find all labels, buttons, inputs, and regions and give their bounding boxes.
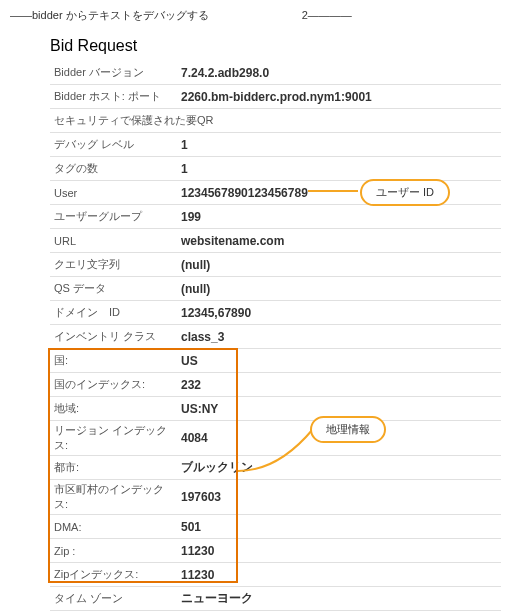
row-label: 市区町村のインデックス: xyxy=(50,482,175,512)
row-label: クエリ文字列 xyxy=(50,257,175,272)
row-value: websitename.com xyxy=(175,234,501,248)
callout-geo-info: 地理情報 xyxy=(310,416,386,443)
table-row: セキュリティで保護された要QR xyxy=(50,109,501,133)
table-row: QS データ (null) xyxy=(50,277,501,301)
row-value: (null) xyxy=(175,258,501,272)
row-label: タイム ゾーン xyxy=(50,591,175,606)
row-value: US xyxy=(175,354,501,368)
header-text: ――bidder からテキストをデバッグする xyxy=(10,9,209,21)
table-row: Bidder ホスト: ポート 2260.bm-bidderc.prod.nym… xyxy=(50,85,501,109)
row-value: 12345,67890 xyxy=(175,306,501,320)
table-row: タグの数 1 xyxy=(50,157,501,181)
row-label: Bidder バージョン xyxy=(50,65,175,80)
row-label: Zip : xyxy=(50,545,175,557)
table-row: 都市: ブルックリン xyxy=(50,456,501,480)
row-value: 1 xyxy=(175,138,501,152)
section-title: Bid Request xyxy=(50,37,501,55)
row-label: 都市: xyxy=(50,460,175,475)
row-value: 501 xyxy=(175,520,501,534)
page-header: ――bidder からテキストをデバッグする 2―――― xyxy=(0,0,531,27)
table-row: 国のインデックス: 232 xyxy=(50,373,501,397)
row-label: ドメイン ID xyxy=(50,305,175,320)
header-num: 2―――― xyxy=(302,9,352,21)
row-label: インベントリ クラス xyxy=(50,329,175,344)
row-label: Bidder ホスト: ポート xyxy=(50,89,175,104)
row-label: セキュリティで保護された要QR xyxy=(50,113,214,128)
row-label: デバッグ レベル xyxy=(50,137,175,152)
table-row: ドメイン ID 12345,67890 xyxy=(50,301,501,325)
row-value: 199 xyxy=(175,210,501,224)
callout-label: ユーザー ID xyxy=(376,186,434,198)
row-value: 11230 xyxy=(175,544,501,558)
row-value: class_3 xyxy=(175,330,501,344)
table-row: ユーザーグループ 199 xyxy=(50,205,501,229)
table-row: クエリ文字列 (null) xyxy=(50,253,501,277)
table-row: Bidder バージョン 7.24.2.adb298.0 xyxy=(50,61,501,85)
row-label: ユーザーグループ xyxy=(50,209,175,224)
row-label: 国: xyxy=(50,353,175,368)
row-label: DMA: xyxy=(50,521,175,533)
row-value: 197603 xyxy=(175,490,501,504)
table-row: デバッグ レベル 1 xyxy=(50,133,501,157)
row-value: 7.24.2.adb298.0 xyxy=(175,66,501,80)
table-row: Zip : 11230 xyxy=(50,539,501,563)
row-value: US:NY xyxy=(175,402,501,416)
row-label: URL xyxy=(50,235,175,247)
callout-user-id: ユーザー ID xyxy=(360,179,450,206)
row-label: User xyxy=(50,187,175,199)
callout-label: 地理情報 xyxy=(326,423,370,435)
table-row: 地域: US:NY xyxy=(50,397,501,421)
table-row: DMA: 501 xyxy=(50,515,501,539)
table-row: タイム ゾーン ニューヨーク xyxy=(50,587,501,611)
table-row: URL websitename.com xyxy=(50,229,501,253)
row-value: ブルックリン xyxy=(175,459,501,476)
data-grid: Bidder バージョン 7.24.2.adb298.0 Bidder ホスト:… xyxy=(50,61,501,611)
row-label: Zipインデックス: xyxy=(50,567,175,582)
table-row: 市区町村のインデックス: 197603 xyxy=(50,480,501,515)
table-row: 国: US xyxy=(50,349,501,373)
row-value: ニューヨーク xyxy=(175,590,501,607)
table-row: リージョン インデックス: 4084 xyxy=(50,421,501,456)
row-value: 1 xyxy=(175,162,501,176)
row-value: 11230 xyxy=(175,568,501,582)
table-row: Zipインデックス: 11230 xyxy=(50,563,501,587)
row-label: タグの数 xyxy=(50,161,175,176)
row-value: (null) xyxy=(175,282,501,296)
row-value: 232 xyxy=(175,378,501,392)
row-value: 2260.bm-bidderc.prod.nym1:9001 xyxy=(175,90,501,104)
row-label: 国のインデックス: xyxy=(50,377,175,392)
table-row: インベントリ クラス class_3 xyxy=(50,325,501,349)
row-value: 1234567890123456789 xyxy=(175,186,501,200)
content-area: Bid Request Bidder バージョン 7.24.2.adb298.0… xyxy=(0,27,531,614)
row-label: リージョン インデックス: xyxy=(50,423,175,453)
row-label: QS データ xyxy=(50,281,175,296)
row-label: 地域: xyxy=(50,401,175,416)
